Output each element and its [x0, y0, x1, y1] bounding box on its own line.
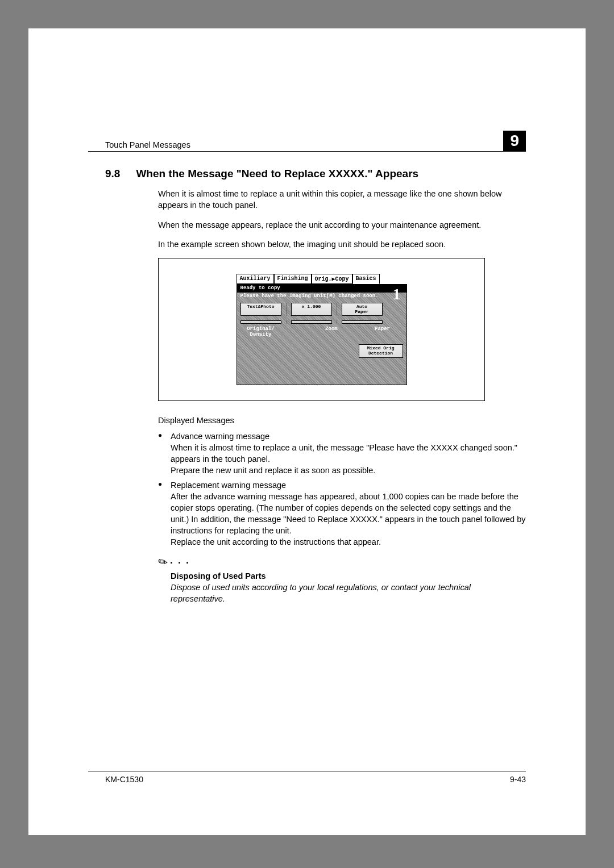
footer-model: KM-C1530	[105, 775, 143, 784]
ridge-2	[291, 320, 332, 324]
bullet-replacement-warning: Replacement warning message After the ad…	[158, 479, 526, 548]
footer-page-number: 9-43	[510, 775, 526, 784]
page-footer: KM-C1530 9-43	[88, 771, 526, 784]
section-number: 9.8	[105, 168, 120, 180]
divider	[337, 303, 337, 316]
displayed-messages-heading: Displayed Messages	[158, 416, 526, 425]
paragraph-3: In the example screen shown below, the i…	[158, 239, 526, 250]
pencil-note-icon: ✎	[155, 554, 171, 570]
paper-label: Paper	[362, 326, 403, 337]
bullet-1-title: Advance warning message	[171, 432, 269, 441]
orig-density-label: Original/ Density	[240, 326, 281, 337]
tab-basics[interactable]: Basics	[352, 274, 380, 284]
panel-ridge-row	[237, 318, 406, 326]
touch-panel-screenshot: Auxiliary Finishing Orig.▶Copy Basics Re…	[158, 258, 485, 401]
panel-screen: Ready to copy Please have the Imaging Un…	[237, 284, 407, 385]
note-icon-row: ✎ . . .	[158, 554, 526, 570]
panel-mixed-row: Mixed Orig Detection	[237, 340, 406, 360]
panel-inner: Auxiliary Finishing Orig.▶Copy Basics Re…	[237, 274, 407, 385]
ridge-1	[240, 320, 281, 324]
panel-button-row: Text&Photo x 1.000 Auto Paper	[237, 301, 406, 319]
status-message: Please have the Imaging Unit(M) changed …	[237, 293, 406, 301]
note-body: Dispose of used units according to your …	[171, 582, 526, 605]
chapter-number-badge: 9	[503, 131, 526, 151]
auto-paper-button[interactable]: Auto Paper	[342, 303, 383, 316]
tab-finishing[interactable]: Finishing	[274, 274, 312, 284]
page-header: Touch Panel Messages 9	[88, 131, 526, 152]
header-section-title: Touch Panel Messages	[88, 140, 190, 149]
paragraph-1: When it is almost time to replace a unit…	[158, 188, 526, 211]
note-title: Disposing of Used Parts	[171, 571, 526, 581]
zoom-value-button[interactable]: x 1.000	[291, 303, 332, 316]
panel-tabs: Auxiliary Finishing Orig.▶Copy Basics	[237, 274, 407, 284]
status-bar: Ready to copy	[237, 284, 406, 293]
ridge-3	[342, 320, 383, 324]
divider	[286, 320, 287, 324]
paragraph-2: When the message appears, replace the un…	[158, 219, 526, 231]
manual-page: Touch Panel Messages 9 9.8 When the Mess…	[28, 28, 586, 835]
divider	[337, 320, 337, 324]
bullet-2-body: After the advance warning message has ap…	[171, 492, 526, 546]
panel-label-row: Original/ Density Zoom Paper	[237, 326, 406, 340]
note-dots: . . .	[170, 554, 190, 570]
bullet-2-title: Replacement warning message	[171, 481, 286, 490]
section-heading: 9.8 When the Message "Need to Replace XX…	[88, 168, 526, 180]
message-list: Advance warning message When it is almos…	[158, 431, 526, 548]
mixed-orig-button[interactable]: Mixed Orig Detection	[359, 344, 403, 358]
tab-origcopy[interactable]: Orig.▶Copy	[312, 274, 352, 284]
tab-auxiliary[interactable]: Auxiliary	[237, 274, 274, 284]
note-block: ✎ . . . Disposing of Used Parts Dispose …	[158, 554, 526, 605]
section-title: When the Message "Need to Replace XXXXX.…	[136, 168, 526, 180]
divider	[286, 303, 287, 316]
bullet-1-body: When it is almost time to replace a unit…	[171, 443, 517, 475]
copy-count: 1	[393, 285, 401, 303]
bullet-advance-warning: Advance warning message When it is almos…	[158, 431, 526, 476]
zoom-label: Zoom	[311, 326, 352, 337]
text-photo-button[interactable]: Text&Photo	[240, 303, 281, 316]
